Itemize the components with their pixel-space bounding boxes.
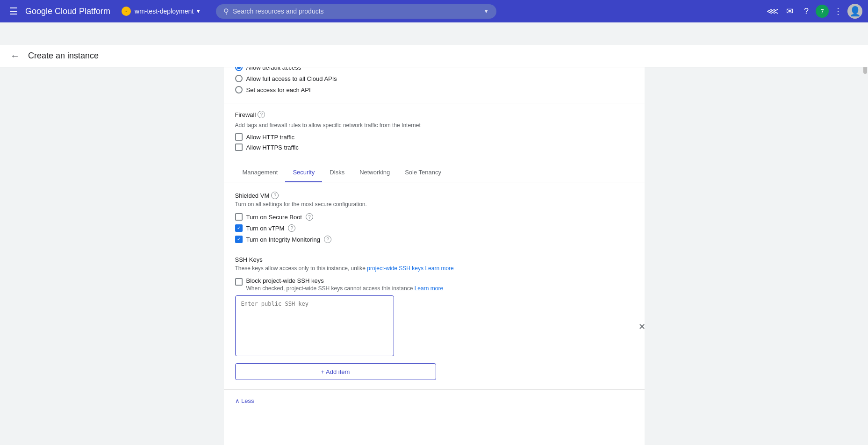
shielded-vm-title: Shielded VM ? — [235, 192, 633, 199]
tab-networking[interactable]: Networking — [352, 163, 397, 182]
ssh-keys-title: SSH Keys — [235, 256, 633, 263]
search-input[interactable] — [233, 7, 478, 15]
chevron-down-icon: ▼ — [195, 8, 201, 14]
ssh-clear-button[interactable]: ✕ — [637, 320, 647, 334]
ssh-keys-section: SSH Keys These keys allow access only to… — [224, 256, 645, 389]
project-name: wm-test-deployment — [135, 7, 194, 15]
ssh-keys-description: These keys allow access only to this ins… — [235, 265, 633, 272]
http-checkbox-box[interactable] — [235, 133, 243, 141]
notifications-icon[interactable]: ✉ — [782, 4, 797, 19]
secure-boot-option[interactable]: Turn on Secure Boot ? — [235, 213, 633, 221]
firewall-description: Add tags and firewall rules to allow spe… — [235, 122, 633, 129]
integrity-monitoring-checkbox[interactable] — [235, 236, 243, 243]
secure-boot-help-icon[interactable]: ? — [306, 213, 313, 221]
firewall-help-icon[interactable]: ? — [258, 111, 265, 118]
apps-icon[interactable]: ⋘ — [765, 4, 780, 19]
block-ssh-subtext: When checked, project-wide SSH keys cann… — [246, 285, 444, 292]
main-content: Access scopes ? Allow default access All… — [0, 45, 868, 445]
firewall-section: Firewall ? Add tags and firewall rules t… — [224, 103, 645, 163]
tab-sole-tenancy[interactable]: Sole Tenancy — [397, 163, 449, 182]
firewall-label: Firewall ? — [235, 111, 633, 118]
radio-button-full[interactable] — [235, 75, 243, 82]
project-icon: ◦ — [122, 7, 131, 16]
vtpm-help-icon[interactable]: ? — [288, 224, 295, 232]
ssh-learn-more-link[interactable]: Learn more — [425, 265, 453, 272]
vtpm-checkbox[interactable] — [235, 224, 243, 232]
help-icon[interactable]: ? — [799, 4, 814, 19]
integrity-monitoring-help-icon[interactable]: ? — [324, 236, 331, 243]
block-ssh-text-group: Block project-wide SSH keys When checked… — [246, 277, 444, 292]
https-checkbox-box[interactable] — [235, 144, 243, 151]
tab-security[interactable]: Security — [285, 163, 322, 182]
radio-allow-full[interactable]: Allow full access to all Cloud APIs — [235, 75, 633, 82]
shielded-vm-section: Shielded VM ? Turn on all settings for t… — [224, 182, 645, 256]
integrity-monitoring-option[interactable]: Turn on Integrity Monitoring ? — [235, 236, 633, 243]
shielded-vm-description: Turn on all settings for the most secure… — [235, 201, 633, 208]
secure-boot-checkbox[interactable] — [235, 213, 243, 221]
content-area: Access scopes ? Allow default access All… — [224, 45, 645, 445]
allow-http-checkbox[interactable]: Allow HTTP traffic — [235, 133, 633, 141]
allow-https-checkbox[interactable]: Allow HTTPS traffic — [235, 144, 633, 151]
search-bar[interactable]: ⚲ ▼ — [216, 4, 496, 19]
radio-button-each[interactable] — [235, 86, 243, 93]
project-selector[interactable]: ◦ wm-test-deployment ▼ — [118, 5, 205, 18]
more-options-icon[interactable]: ⋮ — [831, 4, 846, 19]
less-button[interactable]: ∧ Less — [235, 397, 254, 404]
avatar[interactable]: 👤 — [847, 4, 862, 19]
sub-header: ← Create an instance — [0, 45, 868, 67]
add-item-button[interactable]: + Add item — [235, 363, 436, 380]
tab-disks[interactable]: Disks — [322, 163, 352, 182]
project-wide-ssh-link[interactable]: project-wide SSH keys — [367, 265, 423, 272]
nav-actions: ⋘ ✉ ? 7 ⋮ 👤 — [765, 4, 862, 19]
hamburger-menu[interactable]: ☰ — [6, 2, 22, 21]
back-button[interactable]: ← — [7, 49, 22, 64]
app-title: Google Cloud Platform — [25, 7, 110, 16]
tabs-bar: Management Security Disks Networking Sol… — [224, 163, 645, 182]
vtpm-option[interactable]: Turn on vTPM ? — [235, 224, 633, 232]
ssh-key-textarea[interactable] — [235, 295, 394, 356]
bottom-area — [224, 412, 645, 431]
scrollbar-track[interactable] — [862, 45, 868, 445]
block-ssh-learn-more-link[interactable]: Learn more — [415, 285, 443, 292]
radio-set-each[interactable]: Set access for each API — [235, 86, 633, 93]
ssh-textarea-wrapper: ✕ — [235, 295, 633, 358]
search-icon: ⚲ — [223, 7, 229, 16]
block-ssh-label: Block project-wide SSH keys — [246, 277, 444, 284]
less-section: ∧ Less — [224, 389, 645, 412]
block-ssh-row: Block project-wide SSH keys When checked… — [235, 277, 633, 292]
block-ssh-checkbox[interactable] — [235, 278, 243, 286]
search-dropdown-icon: ▼ — [483, 8, 489, 14]
top-navigation: ☰ Google Cloud Platform ◦ wm-test-deploy… — [0, 0, 868, 22]
page-title: Create an instance — [28, 51, 99, 61]
notification-badge[interactable]: 7 — [816, 5, 829, 18]
access-scopes-options: Allow default access Allow full access t… — [235, 64, 633, 93]
tab-management[interactable]: Management — [235, 163, 286, 182]
shielded-vm-help-icon[interactable]: ? — [271, 192, 279, 199]
